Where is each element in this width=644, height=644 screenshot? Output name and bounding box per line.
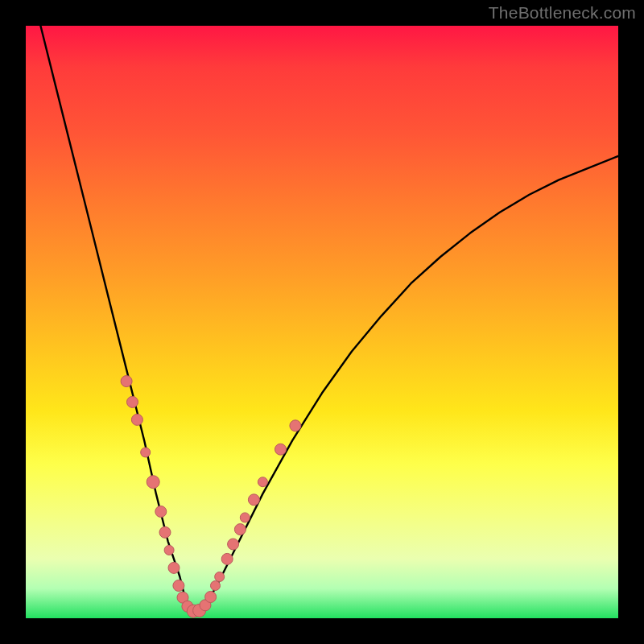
- plot-area: [26, 26, 618, 618]
- cluster-point: [221, 553, 233, 564]
- cluster-point: [248, 494, 259, 506]
- cluster-point: [215, 572, 225, 582]
- cluster-point: [228, 539, 239, 550]
- cluster-point: [173, 580, 184, 592]
- watermark-text: TheBottleneck.com: [489, 3, 636, 23]
- cluster-point: [164, 545, 174, 555]
- cluster-point: [159, 526, 171, 538]
- cluster-point: [155, 506, 167, 518]
- cluster-point: [121, 376, 132, 387]
- cluster-point: [240, 513, 250, 522]
- cluster-point: [290, 420, 301, 431]
- chart-frame: TheBottleneck.com: [0, 0, 644, 644]
- cluster-point: [127, 396, 138, 407]
- chart-svg: [26, 26, 618, 618]
- points-layer: [121, 376, 301, 618]
- curve-layer: [40, 26, 618, 613]
- cluster-point: [168, 562, 180, 573]
- cluster-point: [141, 448, 151, 457]
- cluster-point: [205, 592, 217, 603]
- cluster-point: [147, 476, 159, 489]
- cluster-point: [131, 414, 142, 425]
- cluster-point: [234, 524, 246, 535]
- cluster-point: [211, 581, 221, 591]
- cluster-point: [275, 444, 287, 455]
- cluster-point: [258, 477, 267, 487]
- bottleneck-curve: [40, 26, 618, 613]
